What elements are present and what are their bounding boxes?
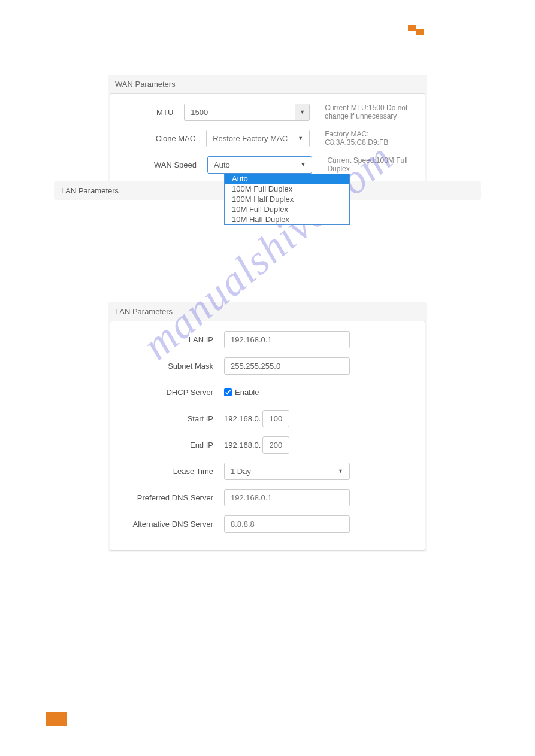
mtu-input[interactable] — [184, 104, 295, 121]
preferred-dns-row: Preferred DNS Server — [122, 488, 413, 506]
lan-ip-row: LAN IP — [122, 330, 413, 348]
wan-panel-body: MTU ▼ Current MTU:1500 Do not change if … — [110, 93, 425, 192]
top-tab-decoration — [408, 25, 416, 31]
wan-speed-help-text: Current Speed:100M Full Duplex — [327, 156, 413, 173]
alt-dns-row: Alternative DNS Server — [122, 515, 413, 533]
clone-mac-help-text: Factory MAC: C8:3A:35:C8:D9:FB — [325, 130, 413, 147]
mtu-row: MTU ▼ Current MTU:1500 Do not change if … — [122, 103, 413, 121]
wan-parameters-panel: WAN Parameters MTU ▼ Current MTU:1500 Do… — [108, 75, 427, 193]
preferred-dns-input[interactable] — [224, 489, 350, 506]
chevron-down-icon: ▼ — [338, 468, 343, 474]
dhcp-enable-label: Enable — [235, 388, 259, 397]
preferred-dns-label: Preferred DNS Server — [122, 493, 224, 502]
end-ip-label: End IP — [122, 441, 224, 450]
clone-mac-selected: Restore Factory MAC — [213, 134, 288, 143]
wan-speed-option-100half[interactable]: 100M Half Duplex — [225, 194, 349, 204]
wan-speed-option-100full[interactable]: 100M Full Duplex — [225, 184, 349, 194]
lan-ip-label: LAN IP — [122, 335, 224, 344]
chevron-down-icon: ▼ — [298, 135, 303, 141]
alt-dns-label: Alternative DNS Server — [122, 520, 224, 529]
lease-time-select[interactable]: 1 Day ▼ — [224, 463, 350, 480]
wan-speed-option-10half[interactable]: 10M Half Duplex — [225, 214, 349, 224]
clone-mac-label: Clone MAC — [122, 134, 206, 143]
lan-parameters-panel: LAN Parameters LAN IP Subnet Mask DHCP S… — [108, 302, 427, 552]
mtu-help-text: Current MTU:1500 Do not change if unnece… — [325, 104, 413, 120]
alt-dns-input[interactable] — [224, 515, 350, 533]
mtu-dropdown-button[interactable]: ▼ — [295, 104, 310, 121]
lan-panel-title: LAN Parameters — [108, 302, 427, 321]
subnet-mask-row: Subnet Mask — [122, 357, 413, 375]
lan-panel-body: LAN IP Subnet Mask DHCP Server Enable St… — [110, 321, 425, 551]
wan-speed-select[interactable]: Auto ▼ — [207, 156, 312, 174]
mtu-input-group: ▼ — [184, 104, 310, 121]
lan-ip-input[interactable] — [224, 331, 350, 348]
lease-time-selected: 1 Day — [231, 467, 251, 476]
bottom-border-line — [0, 716, 535, 716]
end-ip-input[interactable] — [262, 436, 289, 454]
wan-speed-label: WAN Speed — [122, 160, 207, 169]
chevron-down-icon: ▼ — [300, 109, 305, 115]
dhcp-enable-checkbox[interactable] — [224, 388, 232, 396]
clone-mac-row: Clone MAC Restore Factory MAC ▼ Factory … — [122, 129, 413, 147]
wan-speed-option-10full[interactable]: 10M Full Duplex — [225, 204, 349, 214]
wan-speed-dropdown: Auto 100M Full Duplex 100M Half Duplex 1… — [224, 174, 350, 225]
top-border-line — [0, 29, 535, 29]
end-ip-prefix: 192.168.0. — [224, 441, 262, 450]
start-ip-prefix: 192.168.0. — [224, 414, 262, 423]
dhcp-server-row: DHCP Server Enable — [122, 383, 413, 401]
wan-speed-option-auto[interactable]: Auto — [225, 174, 349, 184]
chevron-down-icon: ▼ — [300, 162, 306, 168]
lease-time-row: Lease Time 1 Day ▼ — [122, 462, 413, 480]
dhcp-enable-wrapper: Enable — [224, 388, 259, 397]
lan-panel-title-partial: LAN Parameters — [61, 186, 119, 195]
end-ip-row: End IP 192.168.0. — [122, 436, 413, 454]
start-ip-row: Start IP 192.168.0. — [122, 409, 413, 427]
lease-time-label: Lease Time — [122, 467, 224, 476]
dhcp-server-label: DHCP Server — [122, 388, 224, 397]
start-ip-label: Start IP — [122, 414, 224, 423]
clone-mac-select[interactable]: Restore Factory MAC ▼ — [206, 130, 310, 147]
wan-speed-row: WAN Speed Auto ▼ Current Speed:100M Full… — [122, 156, 413, 174]
subnet-mask-input[interactable] — [224, 357, 350, 375]
top-tab-decoration-2 — [416, 29, 424, 35]
bottom-tab-decoration — [46, 712, 67, 726]
start-ip-input[interactable] — [262, 410, 289, 427]
wan-speed-selected: Auto — [214, 160, 230, 169]
wan-panel-title: WAN Parameters — [108, 75, 427, 93]
subnet-mask-label: Subnet Mask — [122, 362, 224, 371]
mtu-label: MTU — [122, 108, 184, 117]
